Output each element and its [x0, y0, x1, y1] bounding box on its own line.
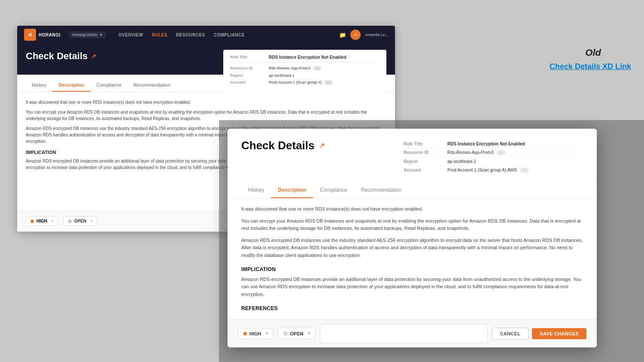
old-rule-title-row: Rule Title RDS Instance Encryption Not E…	[230, 55, 380, 60]
nav-compliance[interactable]: COMPLIANCE	[214, 33, 245, 37]
new-rule-details-panel: Rule Title RDS Instance Encryption Not E…	[403, 139, 583, 175]
old-logo: H HORANGI	[24, 29, 61, 41]
new-para2: You can encrypt your Amazon RDS DB insta…	[241, 217, 583, 232]
resource-tag: ···	[313, 66, 322, 71]
old-account-row: Account Prod Account 1 (Scan group A) ··…	[230, 80, 380, 85]
account-name: Horangi Demo	[73, 33, 97, 37]
new-region-row: Region ap-southeast-1	[404, 157, 582, 166]
status-label: OPEN	[74, 219, 86, 223]
tab-history[interactable]: History	[241, 183, 271, 198]
account-tag: ···	[325, 80, 333, 85]
old-xd-link[interactable]: Check Details XD Link	[550, 62, 631, 71]
new-implication-title: IMPLICATION	[241, 265, 583, 274]
new-header: Check Details ↗ Rule Title RDS Instance …	[228, 129, 597, 183]
new-rule-title-row: Rule Title RDS Instance Encryption Not E…	[404, 140, 582, 148]
status-icon: ◎	[68, 219, 72, 223]
chevron-down-icon: ▾	[308, 331, 310, 336]
new-check-title: Check Details ↗	[241, 139, 325, 152]
tab-description[interactable]: Description	[52, 79, 91, 92]
new-account-row: Account Prod Account 1 (Scan group A) AW…	[404, 166, 582, 175]
new-resource-id-row: Resource ID Rds-Romeo-App-Prod-0 ···	[404, 148, 582, 157]
old-navbar: H HORANGI Horangi Demo ▾ OVERVIEW RULES …	[17, 26, 395, 44]
new-implication-text: Amazon RDS encrypted DB instances provid…	[241, 276, 583, 299]
severity-label: HIGH	[249, 331, 261, 336]
chevron-down-icon: ▾	[266, 331, 268, 336]
old-para1: It was discovered that one or more RDS i…	[26, 99, 386, 106]
note-input[interactable]	[320, 324, 488, 343]
old-nav-icons: 📁 A Amanda Le...	[339, 30, 388, 40]
old-account-selector[interactable]: Horangi Demo ▾	[69, 31, 106, 38]
severity-dot	[30, 220, 34, 223]
new-references-title: REFERENCES	[241, 305, 583, 313]
tab-recommendation[interactable]: Recommendation	[128, 79, 176, 92]
nav-overview[interactable]: OVERVIEW	[118, 33, 143, 37]
tab-compliance[interactable]: Compliance	[313, 183, 354, 198]
status-label: OPEN	[290, 331, 304, 336]
resource-tag: ···	[497, 150, 506, 155]
old-status-dropdown[interactable]: ◎ OPEN ▾	[63, 216, 97, 226]
severity-dot	[243, 332, 247, 335]
old-nav-links: OVERVIEW RULES RESOURCES COMPLIANCE	[118, 33, 245, 37]
chevron-down-icon: ▾	[100, 33, 102, 37]
folder-icon[interactable]: 📁	[339, 32, 346, 38]
account-tag: ···	[520, 168, 529, 173]
chevron-down-icon: ▾	[52, 219, 53, 223]
severity-label: HIGH	[36, 219, 47, 223]
nav-rules[interactable]: RULES	[152, 33, 167, 37]
horangi-logo-text: HORANGI	[39, 33, 61, 37]
new-card: Check Details ↗ Rule Title RDS Instance …	[228, 129, 597, 347]
new-header-top: Check Details ↗ Rule Title RDS Instance …	[241, 139, 583, 175]
save-changes-button[interactable]: SAVE CHANGES	[532, 328, 586, 339]
nav-resources[interactable]: RESOURCES	[176, 33, 205, 37]
old-resource-id-row: Resource ID Rds-Romeo-App-Prod-0 ···	[230, 66, 380, 71]
new-status-dropdown[interactable]: ◎ OPEN ▾	[278, 328, 316, 339]
tab-recommendation[interactable]: Recommendation	[354, 183, 408, 198]
new-content: It was discovered that one or more RDS i…	[228, 199, 597, 319]
new-para3: Amazon RDS encrypted DB instances use th…	[241, 237, 583, 259]
cancel-button[interactable]: CANCEL	[492, 328, 529, 340]
action-buttons: CANCEL SAVE CHANGES	[492, 328, 586, 340]
external-link-icon[interactable]: ↗	[91, 53, 96, 60]
old-rule-details-panel: Rule Title RDS Instance Encryption Not E…	[223, 50, 386, 93]
tab-history[interactable]: History	[26, 79, 52, 92]
new-para1: It was discovered that one or more RDS i…	[241, 205, 583, 213]
new-tabs: History Description Compliance Recommend…	[228, 183, 597, 199]
horangi-logo-box: H	[24, 29, 36, 41]
tab-compliance[interactable]: Compliance	[91, 79, 128, 92]
external-link-icon[interactable]: ↗	[319, 142, 325, 150]
chevron-down-icon: ▾	[91, 219, 92, 223]
new-bottom-bar: HIGH ▾ ◎ OPEN ▾ CANCEL SAVE CHANGES	[228, 319, 597, 347]
old-region-row: Region ap-southeast-1	[230, 73, 380, 78]
status-icon: ◎	[283, 331, 288, 336]
new-severity-dropdown[interactable]: HIGH ▾	[238, 328, 273, 339]
old-header-area: Check Details ↗ Rule Title RDS Instance …	[17, 44, 395, 75]
tab-description[interactable]: Description	[271, 183, 313, 198]
old-severity-dropdown[interactable]: HIGH ▾	[26, 216, 58, 226]
old-label: Old	[585, 47, 601, 58]
avatar: A	[350, 30, 361, 40]
username: Amanda Le...	[365, 33, 388, 37]
